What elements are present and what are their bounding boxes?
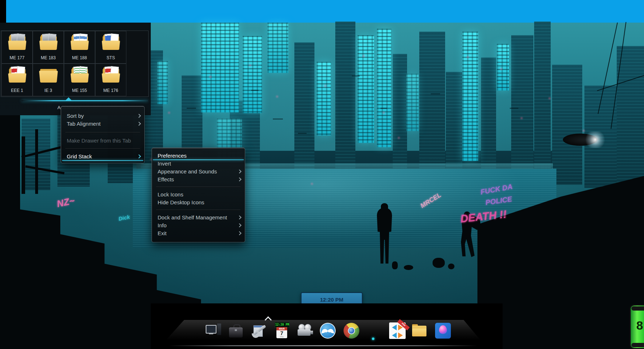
menu-item-grid-stack[interactable]: Grid Stack [61, 153, 144, 160]
folder-item[interactable]: ME 155 [64, 64, 95, 96]
submenu-item-appearance[interactable]: Appearance and Sounds [152, 168, 245, 176]
menu-item-label: Preferences [158, 153, 187, 159]
context-menu: Sort by Tab Alignment Make Drawer from t… [61, 106, 145, 163]
folder-icon [40, 36, 57, 49]
battery-cap [631, 306, 644, 311]
browser-icon[interactable] [343, 322, 360, 339]
folder-label: ME 188 [64, 55, 95, 60]
folder-item[interactable]: STS [95, 31, 126, 64]
folder-icon [103, 36, 119, 49]
folder-item[interactable]: ME 177 [1, 31, 33, 64]
battery-cap [631, 343, 644, 347]
folder-label: EEE 1 [2, 88, 32, 93]
submenu-arrow-icon [137, 154, 141, 158]
submenu-item-preferences[interactable]: Preferences [152, 152, 245, 160]
submenu-arrow-icon [237, 169, 241, 173]
menu-item-label: Invert [158, 160, 171, 167]
movie-camera-icon[interactable] [297, 322, 313, 339]
submenu-arrow-icon [237, 223, 241, 227]
menu-item-label: Dock and Shelf Management [158, 214, 227, 220]
computer-icon[interactable] [205, 322, 222, 339]
submenu-item-exit[interactable]: Exit [152, 229, 245, 237]
settings-wrench-icon[interactable] [251, 322, 268, 339]
paint-app-icon[interactable] [435, 322, 451, 339]
folder-item[interactable]: ME 176 [95, 64, 126, 96]
folder-icon [40, 69, 57, 82]
menu-item-label: Effects [158, 176, 174, 182]
submenu-item-effects[interactable]: Effects [152, 176, 245, 183]
folder-icon [9, 36, 25, 49]
folder-item[interactable]: ME 188 [64, 31, 95, 64]
submenu-item-info[interactable]: Info [152, 222, 245, 229]
desktop: NZ~ Dick MRCEL FUCK DA POLICE DEATH !! M… [0, 0, 644, 349]
briefcase-icon[interactable] [228, 322, 244, 339]
calendar-weekday: THU [276, 336, 287, 338]
folder-icon [9, 69, 25, 82]
menu-item-label: Info [158, 222, 167, 228]
folder-icon [71, 69, 88, 82]
menu-item-label: Grid Stack [67, 153, 92, 159]
folder-grid: ME 177 ME 183 ME 188 STS EEE 1 IE 3 [1, 31, 127, 96]
calendar-day: 7 [276, 330, 287, 336]
folder-label: ME 177 [2, 55, 32, 60]
running-indicator-dot [372, 338, 374, 340]
folder-label: ME 155 [64, 88, 95, 93]
folder-dock-icon[interactable] [411, 322, 428, 339]
submenu-arrow-icon [137, 122, 141, 126]
calendar-clock-icon[interactable]: 12:20 PM MAR 7 THU [274, 322, 290, 339]
menu-item-tab-alignment[interactable]: Tab Alignment [61, 120, 144, 128]
grid-stack-submenu: Preferences Invert Appearance and Sounds… [151, 148, 245, 242]
menu-item-label: Exit [158, 230, 167, 236]
folder-label: IE 3 [33, 88, 64, 93]
folder-label: STS [95, 55, 126, 60]
led-clock-text: 12:20 PM [275, 322, 290, 327]
fences-folder-panel: ME 177 ME 183 ME 188 STS EEE 1 IE 3 [1, 31, 149, 97]
battery-level: 8 [631, 318, 644, 332]
menu-item-label: Lock Icons [158, 191, 183, 197]
submenu-item-lock-icons[interactable]: Lock Icons [152, 191, 245, 199]
mustache-app-icon[interactable] [319, 322, 336, 339]
person-standing-silhouette [377, 202, 393, 267]
battery-indicator: 8 [630, 304, 644, 349]
tab-strip-line [22, 100, 148, 101]
folder-item[interactable]: ME 183 [33, 31, 64, 64]
submenu-item-hide-desktop-icons[interactable]: Hide Desktop Icons [152, 199, 245, 206]
folder-icon [71, 36, 88, 49]
menu-item-label: Hide Desktop Icons [158, 199, 204, 205]
submenu-item-invert[interactable]: Invert [152, 160, 245, 168]
xodo-pdf-icon[interactable]: PDF [389, 322, 406, 339]
menu-item-label: Sort by [67, 113, 84, 119]
menu-item-label: Appearance and Sounds [158, 168, 217, 174]
tab-arrow-icon [66, 97, 71, 100]
submenu-arrow-icon [237, 177, 241, 181]
menu-item-label: Tab Alignment [67, 121, 101, 127]
drone-light-glow [584, 131, 607, 148]
folder-label: ME 176 [95, 88, 126, 93]
submenu-arrow-icon [137, 114, 141, 118]
submenu-arrow-icon [237, 231, 241, 235]
menu-item-make-drawer[interactable]: Make Drawer from this Tab [61, 137, 144, 145]
clock-time: 12:20 PM [302, 297, 362, 303]
menu-item-label: Make Drawer from this Tab [67, 138, 131, 144]
top-taskbar[interactable] [6, 0, 644, 23]
menu-item-sort-by[interactable]: Sort by [61, 112, 144, 120]
folder-label: ME 183 [33, 55, 64, 60]
submenu-item-dock-shelf[interactable]: Dock and Shelf Management [152, 214, 245, 222]
dock-front-edge [169, 345, 477, 346]
folder-icon [103, 69, 119, 82]
folder-item[interactable]: EEE 1 [1, 64, 33, 96]
folder-item[interactable]: IE 3 [33, 64, 64, 96]
submenu-arrow-icon [237, 215, 241, 219]
